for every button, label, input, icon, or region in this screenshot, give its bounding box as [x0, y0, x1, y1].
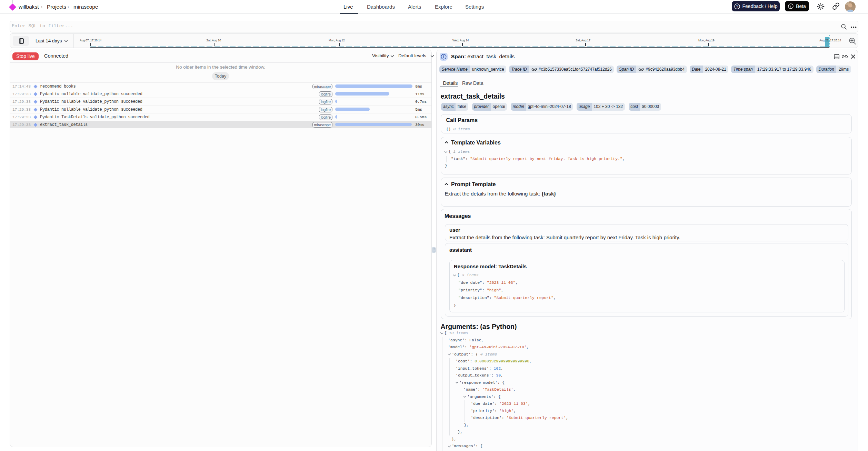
svg-text:?: ?	[736, 4, 738, 8]
